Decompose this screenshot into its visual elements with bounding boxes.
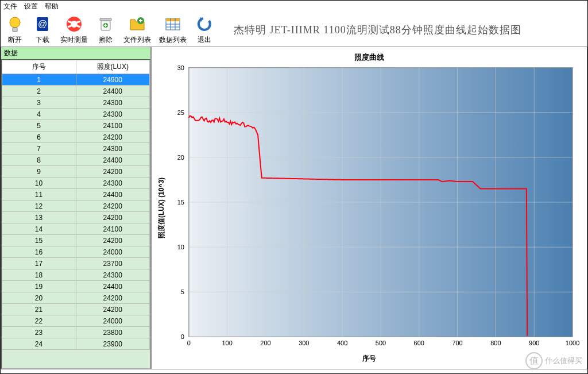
data-table-scroll[interactable]: 序号 照度(LUX) 12490022440032430042430052410… bbox=[1, 59, 150, 369]
menu-help[interactable]: 帮助 bbox=[45, 2, 59, 11]
realtime-label: 实时测量 bbox=[60, 35, 88, 45]
filelist-label: 文件列表 bbox=[123, 35, 151, 45]
svg-text:30: 30 bbox=[177, 64, 184, 71]
realtime-button[interactable]: 实时测量 bbox=[60, 14, 88, 45]
exit-button[interactable]: 退出 bbox=[195, 14, 214, 45]
table-row[interactable]: 2024200 bbox=[2, 292, 150, 304]
table-row[interactable]: 1524200 bbox=[2, 235, 150, 246]
lux-chart: 0100200300400500600700800900100005101520… bbox=[154, 50, 584, 366]
svg-text:20: 20 bbox=[177, 154, 184, 161]
svg-text:5: 5 bbox=[181, 288, 184, 295]
table-row[interactable]: 1024300 bbox=[2, 178, 150, 189]
svg-rect-7 bbox=[100, 18, 111, 21]
table-row[interactable]: 1324200 bbox=[2, 212, 150, 223]
download-label: 下载 bbox=[36, 35, 49, 45]
svg-text:700: 700 bbox=[452, 340, 462, 346]
svg-text:25: 25 bbox=[177, 109, 184, 116]
table-row[interactable]: 1424100 bbox=[2, 223, 150, 235]
svg-text:400: 400 bbox=[337, 340, 347, 346]
table-row[interactable]: 324300 bbox=[2, 97, 150, 109]
table-row[interactable]: 2124200 bbox=[2, 304, 150, 315]
table-row[interactable]: 224400 bbox=[2, 86, 150, 97]
table-row[interactable]: 2423900 bbox=[2, 338, 150, 350]
svg-text:15: 15 bbox=[177, 199, 184, 206]
watermark: 值 什么值得买 bbox=[525, 352, 582, 369]
table-row[interactable]: 424300 bbox=[2, 109, 150, 120]
book-icon: @ bbox=[33, 14, 52, 34]
col-lux[interactable]: 照度(LUX) bbox=[76, 60, 150, 74]
table-row[interactable]: 724300 bbox=[2, 143, 150, 155]
svg-text:300: 300 bbox=[299, 340, 309, 346]
svg-text:200: 200 bbox=[260, 340, 270, 346]
svg-text:100: 100 bbox=[222, 340, 233, 346]
table-row[interactable]: 1723700 bbox=[2, 258, 150, 269]
download-button[interactable]: @ 下载 bbox=[33, 14, 52, 45]
bulb-icon bbox=[5, 14, 25, 34]
svg-text:800: 800 bbox=[490, 340, 501, 346]
svg-text:照度值(LUX) (10^3): 照度值(LUX) (10^3) bbox=[157, 178, 165, 238]
disconnect-label: 断开 bbox=[8, 35, 22, 45]
table-row[interactable]: 124900 bbox=[2, 74, 150, 86]
page-title: 杰特明 JET-IIIMR 1100流明测试88分钟照度曲线起始数据图 bbox=[234, 23, 521, 37]
watermark-text: 什么值得买 bbox=[545, 356, 582, 366]
col-index[interactable]: 序号 bbox=[2, 60, 76, 74]
svg-point-0 bbox=[10, 17, 20, 28]
svg-text:10: 10 bbox=[177, 244, 184, 250]
svg-text:900: 900 bbox=[529, 340, 539, 346]
datalist-label: 数据列表 bbox=[159, 35, 187, 45]
exit-label: 退出 bbox=[198, 35, 211, 45]
undo-arrow-icon bbox=[195, 14, 214, 34]
disconnect-button[interactable]: 断开 bbox=[5, 14, 25, 45]
table-row[interactable]: 1824300 bbox=[2, 269, 150, 281]
table-row[interactable]: 824400 bbox=[2, 155, 150, 166]
svg-text:0: 0 bbox=[181, 333, 184, 340]
table-row[interactable]: 1924400 bbox=[2, 281, 150, 292]
svg-rect-1 bbox=[13, 28, 17, 32]
menu-file[interactable]: 文件 bbox=[3, 2, 17, 11]
table-row[interactable]: 924200 bbox=[2, 166, 150, 178]
svg-text:600: 600 bbox=[414, 340, 424, 346]
panel-header: 数据 bbox=[1, 47, 150, 59]
table-row[interactable]: 624200 bbox=[2, 132, 150, 143]
table-row[interactable]: 2224000 bbox=[2, 315, 150, 327]
datalist-button[interactable]: 数据列表 bbox=[159, 14, 187, 45]
svg-text:500: 500 bbox=[376, 340, 386, 346]
menu-bar: 文件 设置 帮助 bbox=[1, 1, 587, 13]
table-row[interactable]: 1224200 bbox=[2, 201, 150, 212]
folder-plus-icon bbox=[127, 14, 147, 34]
erase-button[interactable]: 擦除 bbox=[96, 14, 115, 45]
table-row[interactable]: 524100 bbox=[2, 120, 150, 132]
data-panel: 数据 序号 照度(LUX) 12490022440032430042430052… bbox=[1, 47, 151, 369]
svg-text:@: @ bbox=[38, 19, 47, 29]
table-icon bbox=[163, 14, 183, 34]
data-table: 序号 照度(LUX) 12490022440032430042430052410… bbox=[2, 60, 150, 350]
trash-icon bbox=[96, 14, 115, 34]
svg-text:0: 0 bbox=[187, 340, 191, 346]
table-row[interactable]: 2323800 bbox=[2, 327, 150, 338]
toolbar: 断开 @ 下载 实时测量 擦除 文件列表 数据列表 退出 杰特明 J bbox=[1, 13, 587, 47]
filelist-button[interactable]: 文件列表 bbox=[123, 14, 151, 45]
erase-label: 擦除 bbox=[99, 35, 113, 45]
watermark-icon: 值 bbox=[525, 352, 543, 369]
table-row[interactable]: 1124400 bbox=[2, 189, 150, 201]
svg-text:序号: 序号 bbox=[362, 354, 376, 363]
svg-text:1000: 1000 bbox=[566, 340, 579, 346]
menu-settings[interactable]: 设置 bbox=[24, 2, 38, 11]
lifebuoy-icon bbox=[64, 14, 84, 34]
svg-point-5 bbox=[71, 21, 78, 28]
table-row[interactable]: 1624000 bbox=[2, 246, 150, 258]
svg-text:照度曲线: 照度曲线 bbox=[354, 53, 384, 61]
svg-rect-11 bbox=[166, 18, 180, 21]
chart-panel: 0100200300400500600700800900100005101520… bbox=[151, 47, 587, 369]
